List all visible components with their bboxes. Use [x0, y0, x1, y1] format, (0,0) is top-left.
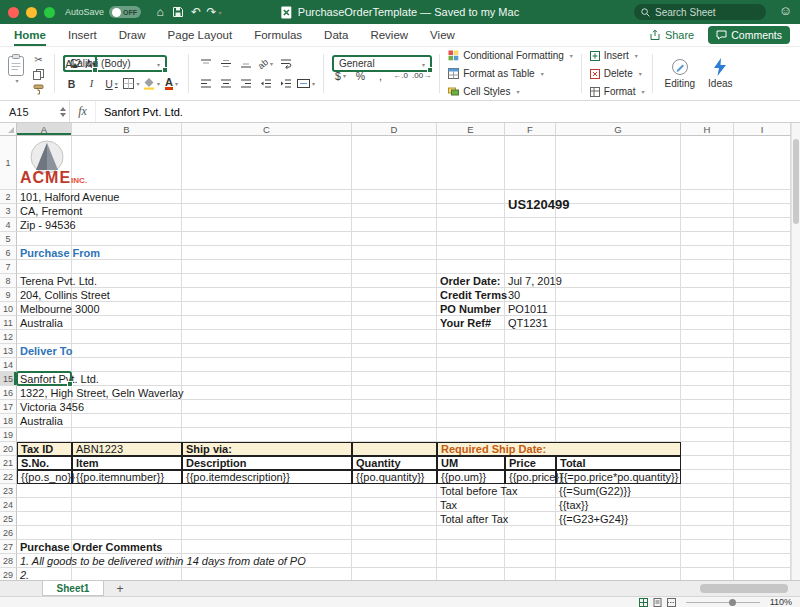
col-header-F[interactable]: F: [505, 123, 556, 136]
row-header-5[interactable]: 5: [0, 232, 17, 246]
cell-A10[interactable]: Melbourne 3000: [17, 302, 72, 316]
format-as-table-button[interactable]: Format as Table: [448, 67, 573, 81]
insert-cells-button[interactable]: Insert: [590, 49, 645, 63]
zoom-slider[interactable]: [686, 598, 760, 607]
col-header-C[interactable]: C: [182, 123, 352, 136]
feedback-smiley-icon[interactable]: ☺: [779, 3, 792, 18]
row-header-12[interactable]: 12: [0, 330, 17, 344]
tab-view[interactable]: View: [430, 24, 455, 46]
col-header-B[interactable]: B: [72, 123, 182, 136]
page-layout-view-icon[interactable]: [653, 598, 662, 607]
cell-G25[interactable]: {{=G23+G24}}: [556, 512, 681, 526]
normal-view-icon[interactable]: [639, 598, 648, 607]
autosave-switch[interactable]: OFF: [109, 6, 141, 18]
cell-F9[interactable]: 30: [505, 288, 556, 302]
row-header-10[interactable]: 10: [0, 302, 17, 316]
format-painter-button[interactable]: [31, 83, 46, 96]
sheet-tab-sheet1[interactable]: Sheet1: [42, 581, 104, 596]
align-middle-button[interactable]: [217, 56, 234, 72]
orientation-button[interactable]: ab: [257, 56, 274, 72]
borders-button[interactable]: [123, 76, 140, 92]
search-field[interactable]: Search Sheet: [634, 4, 766, 20]
selection-outline[interactable]: [16, 371, 72, 386]
horizontal-scrollbar[interactable]: [700, 584, 788, 593]
select-all-corner[interactable]: [0, 123, 17, 136]
cell-E21[interactable]: UM: [437, 456, 505, 470]
home-shortcut-icon[interactable]: ⌂: [151, 3, 169, 21]
align-bottom-button[interactable]: [237, 56, 254, 72]
paste-button[interactable]: [6, 53, 26, 84]
col-header-I[interactable]: I: [734, 123, 791, 136]
row-header-2[interactable]: 2: [0, 190, 17, 204]
col-header-H[interactable]: H: [681, 123, 734, 136]
align-center-button[interactable]: [217, 76, 234, 92]
copy-button[interactable]: [31, 68, 46, 81]
row-header-8[interactable]: 8: [0, 274, 17, 288]
col-header-E[interactable]: E: [437, 123, 505, 136]
tab-home[interactable]: Home: [14, 24, 46, 46]
row-header-6[interactable]: 6: [0, 246, 17, 260]
cell-A13[interactable]: Deliver To: [17, 344, 72, 358]
cell-C21[interactable]: Description: [182, 456, 352, 470]
decrease-indent-button[interactable]: [257, 76, 274, 92]
row-header-29[interactable]: 29: [0, 568, 17, 580]
cell-B21[interactable]: Item: [72, 456, 182, 470]
cell-B20[interactable]: ABN1223: [72, 442, 182, 456]
cell-C20[interactable]: Ship via:: [182, 442, 352, 456]
cell-A8[interactable]: Terena Pvt. Ltd.: [17, 274, 72, 288]
page-break-view-icon[interactable]: [667, 598, 676, 607]
insert-function-button[interactable]: fx: [70, 101, 96, 122]
comments-button[interactable]: Comments: [708, 26, 790, 44]
row-header-18[interactable]: 18: [0, 414, 17, 428]
cell-A27[interactable]: Purchase Order Comments: [17, 540, 72, 554]
row-header-23[interactable]: 23: [0, 484, 17, 498]
cell-A18[interactable]: Australia: [17, 414, 72, 428]
row-header-7[interactable]: 7: [0, 260, 17, 274]
cell-A6[interactable]: Purchase From: [17, 246, 72, 260]
number-format-select[interactable]: General: [332, 55, 432, 72]
font-color-button[interactable]: A: [163, 76, 180, 92]
formula-input[interactable]: Sanfort Pvt. Ltd.: [96, 101, 800, 122]
add-sheet-button[interactable]: +: [112, 581, 128, 596]
cell-E23[interactable]: Total before Tax: [437, 484, 505, 498]
cell-E9[interactable]: Credit Terms: [437, 288, 505, 302]
cell-G22[interactable]: {{=po.price*po.quantity}}: [556, 470, 681, 484]
row-header-13[interactable]: 13: [0, 344, 17, 358]
row-header-27[interactable]: 27: [0, 540, 17, 554]
cell-E25[interactable]: Total after Tax: [437, 512, 505, 526]
cell-G23[interactable]: {{=Sum(G22)}}: [556, 484, 681, 498]
row-header-3[interactable]: 3: [0, 204, 17, 218]
row-header-14[interactable]: 14: [0, 358, 17, 372]
cell-B22[interactable]: {{po.itemnumber}}: [72, 470, 182, 484]
editing-button[interactable]: Editing: [661, 58, 698, 89]
cell-D20[interactable]: [352, 442, 437, 456]
cell-A4[interactable]: Zip - 94536: [17, 218, 72, 232]
italic-button[interactable]: I: [83, 76, 100, 92]
format-cells-button[interactable]: Format: [590, 85, 645, 99]
col-header-A[interactable]: A: [17, 123, 72, 136]
row-header-28[interactable]: 28: [0, 554, 17, 568]
cell-E22[interactable]: {{po.um}}: [437, 470, 505, 484]
tab-formulas[interactable]: Formulas: [254, 24, 302, 46]
autosave-toggle[interactable]: AutoSave OFF: [65, 6, 141, 18]
cell-A9[interactable]: 204, Collins Street: [17, 288, 72, 302]
tab-data[interactable]: Data: [324, 24, 348, 46]
cell-D21[interactable]: Quantity: [352, 456, 437, 470]
wrap-text-button[interactable]: [277, 56, 294, 72]
close-button[interactable]: [8, 7, 19, 18]
row-header-21[interactable]: 21: [0, 456, 17, 470]
cell-G24[interactable]: {{tax}}: [556, 498, 681, 512]
cell-A21[interactable]: S.No.: [17, 456, 72, 470]
cell-E20[interactable]: Required Ship Date:: [437, 442, 681, 456]
row-header-19[interactable]: 19: [0, 428, 17, 442]
font-size-select[interactable]: 12: [63, 55, 97, 72]
cell-A28[interactable]: 1. All goods to be delivered within 14 d…: [17, 554, 72, 568]
row-header-11[interactable]: 11: [0, 316, 17, 330]
undo-button[interactable]: ↶: [187, 3, 205, 21]
bold-button[interactable]: B: [63, 76, 80, 92]
cell-A22[interactable]: {{po.s_no}}: [17, 470, 72, 484]
tab-review[interactable]: Review: [370, 24, 408, 46]
tab-insert[interactable]: Insert: [68, 24, 97, 46]
cell-A11[interactable]: Australia: [17, 316, 72, 330]
horizontal-scrollbar-thumb[interactable]: [700, 584, 788, 593]
